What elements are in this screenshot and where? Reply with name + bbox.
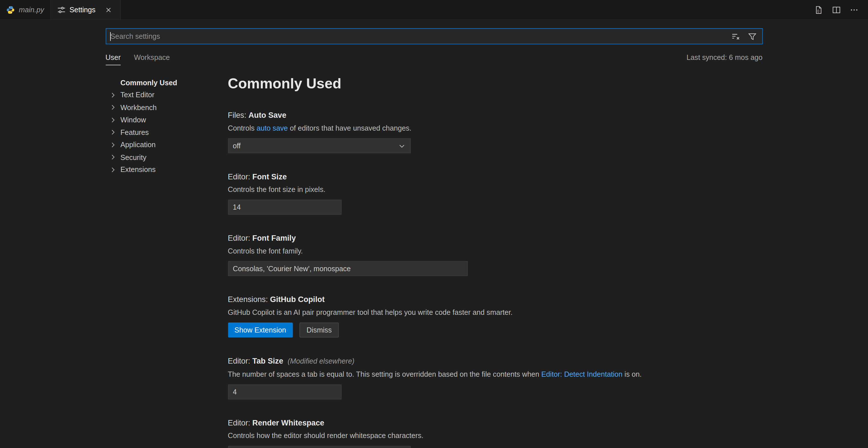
vscode-settings-window: main.py Settings — [0, 0, 868, 448]
dismiss-button[interactable]: Dismiss — [299, 322, 339, 338]
description-text: is on. — [623, 370, 642, 378]
setting-control — [228, 384, 763, 399]
setting-editor-tab-size: Editor: Tab Size(Modified elsewhere) The… — [228, 355, 763, 399]
toc-item-text-editor[interactable]: Text Editor — [105, 89, 228, 101]
toc-label: Security — [120, 153, 146, 161]
description-text: Controls how the editor should render wh… — [228, 431, 424, 440]
settings-toc: Commonly Used Text Editor Workbench Wind… — [105, 71, 228, 176]
setting-title: Editor: Render Whitespace — [228, 417, 763, 428]
setting-control — [228, 200, 763, 215]
setting-editor-font-family: Editor: Font Family Controls the font fa… — [228, 232, 763, 276]
svg-text:{}: {} — [817, 8, 819, 12]
setting-control: Show Extension Dismiss — [228, 322, 763, 338]
setting-title: Editor: Font Size — [228, 171, 763, 182]
setting-category: Editor: — [228, 233, 252, 243]
setting-files-auto-save: Files: Auto Save Controls auto save of e… — [228, 109, 763, 153]
setting-name: Font Family — [252, 233, 296, 243]
render-whitespace-select[interactable] — [228, 446, 410, 448]
tab-settings[interactable]: Settings — [51, 0, 120, 20]
setting-title: Editor: Font Family — [228, 232, 763, 244]
filter-funnel-icon[interactable] — [746, 30, 758, 42]
tab-main-py[interactable]: main.py — [0, 0, 51, 20]
auto-save-select[interactable]: off — [228, 138, 410, 153]
toc-item-features[interactable]: Features — [105, 126, 228, 138]
split-editor-icon[interactable] — [830, 4, 843, 16]
chevron-right-icon — [108, 103, 117, 112]
tab-size-input[interactable] — [228, 384, 341, 399]
setting-category: Extensions: — [228, 295, 270, 304]
setting-description: Controls the font size in pixels. — [228, 184, 763, 195]
chevron-down-icon — [398, 142, 405, 150]
open-settings-json-icon[interactable]: {} — [813, 4, 825, 16]
toc-item-workbench[interactable]: Workbench — [105, 101, 228, 114]
chevron-right-icon — [108, 153, 117, 162]
toc-item-extensions[interactable]: Extensions — [105, 163, 228, 176]
scope-tab-user[interactable]: User — [105, 51, 121, 65]
toc-label: Window — [120, 116, 146, 124]
chevron-right-icon — [108, 165, 117, 174]
toc-item-security[interactable]: Security — [105, 151, 228, 164]
chevron-right-icon — [108, 128, 117, 137]
setting-description: Controls the font family. — [228, 246, 763, 256]
toc-label: Extensions — [120, 166, 156, 174]
clear-filters-icon[interactable] — [729, 30, 742, 42]
setting-category: Editor: — [228, 418, 252, 427]
setting-control — [228, 446, 763, 448]
setting-description: Controls how the editor should render wh… — [228, 430, 763, 441]
toc-label: Workbench — [120, 103, 157, 111]
setting-category: Editor: — [228, 172, 252, 181]
detect-indentation-link[interactable]: Editor: Detect Indentation — [541, 370, 623, 378]
setting-name: GitHub Copilot — [270, 295, 325, 304]
setting-editor-render-whitespace: Editor: Render Whitespace Controls how t… — [228, 417, 763, 448]
setting-description: GitHub Copilot is an AI pair programmer … — [228, 307, 763, 318]
spacer — [108, 78, 117, 87]
description-text: of editors that have unsaved changes. — [288, 124, 411, 132]
setting-name: Tab Size — [252, 356, 283, 365]
setting-control: off — [228, 138, 763, 153]
font-size-input[interactable] — [228, 200, 341, 215]
settings-search-row — [105, 28, 763, 44]
description-text: Controls the font family. — [228, 247, 303, 255]
auto-save-link[interactable]: auto save — [256, 124, 288, 132]
python-icon — [6, 5, 15, 14]
toc-item-commonly-used[interactable]: Commonly Used — [105, 76, 228, 89]
show-extension-button[interactable]: Show Extension — [228, 322, 292, 338]
modified-elsewhere-note: (Modified elsewhere) — [288, 357, 354, 365]
settings-sliders-icon — [57, 5, 66, 14]
setting-control — [228, 261, 763, 276]
settings-search-box[interactable] — [105, 28, 763, 44]
last-synced-label: Last synced: 6 mos ago — [686, 53, 763, 65]
tab-label: main.py — [19, 5, 44, 14]
chevron-right-icon — [108, 91, 117, 99]
editor-actions: {} — [813, 0, 868, 20]
toc-label: Commonly Used — [120, 78, 177, 87]
toc-item-window[interactable]: Window — [105, 114, 228, 126]
search-settings-input[interactable] — [106, 29, 729, 44]
setting-editor-font-size: Editor: Font Size Controls the font size… — [228, 171, 763, 215]
description-text: GitHub Copilot is an AI pair programmer … — [228, 308, 513, 317]
toc-item-application[interactable]: Application — [105, 138, 228, 151]
setting-title: Editor: Tab Size(Modified elsewhere) — [228, 355, 763, 367]
page-title: Commonly Used — [228, 75, 763, 92]
editor-tab-bar: main.py Settings — [0, 0, 868, 20]
setting-category: Editor: — [228, 356, 252, 365]
description-text: Controls — [228, 124, 256, 132]
setting-description: The number of spaces a tab is equal to. … — [228, 369, 763, 380]
toc-label: Text Editor — [120, 91, 154, 99]
setting-name: Font Size — [252, 172, 287, 181]
font-family-input[interactable] — [228, 261, 467, 276]
tab-label: Settings — [70, 5, 96, 14]
settings-body: Commonly Used Text Editor Workbench Wind… — [105, 71, 763, 448]
toc-label: Application — [120, 140, 156, 149]
chevron-right-icon — [108, 116, 117, 124]
close-icon[interactable] — [103, 4, 114, 15]
more-actions-icon[interactable] — [848, 4, 860, 16]
selected-value: off — [233, 142, 241, 150]
toc-label: Features — [120, 128, 149, 137]
text-caret — [110, 32, 111, 41]
scope-tab-workspace[interactable]: Workspace — [134, 51, 170, 65]
settings-scope-row: User Workspace Last synced: 6 mos ago — [105, 50, 763, 65]
setting-category: Files: — [228, 110, 248, 120]
setting-title: Files: Auto Save — [228, 109, 763, 121]
setting-extensions-github-copilot: Extensions: GitHub Copilot GitHub Copilo… — [228, 294, 763, 338]
